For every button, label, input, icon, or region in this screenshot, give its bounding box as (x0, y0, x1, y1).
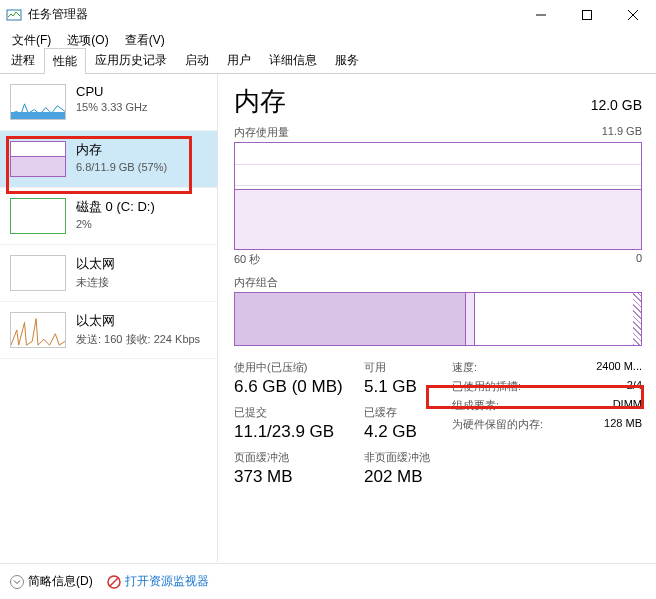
window-controls (518, 0, 656, 30)
fewer-details-label: 简略信息(D) (28, 573, 93, 590)
tabbar: 进程 性能 应用历史记录 启动 用户 详细信息 服务 (0, 50, 656, 74)
sidebar: CPU 15% 3.33 GHz 内存 6.8/11.9 GB (57%) 磁盘… (0, 74, 218, 562)
cpu-thumbnail (10, 84, 66, 120)
fewer-details-link[interactable]: 简略信息(D) (10, 573, 93, 590)
minimize-button[interactable] (518, 0, 564, 30)
stat-available-value: 5.1 GB (364, 377, 417, 397)
memory-thumbnail (10, 141, 66, 177)
info-speed-v: 2400 M... (596, 360, 642, 375)
app-icon (6, 7, 22, 23)
maximize-button[interactable] (564, 0, 610, 30)
sidebar-item-ethernet-1[interactable]: 以太网 未连接 (0, 245, 217, 302)
disk-thumbnail (10, 198, 66, 234)
stat-in-use-label: 使用中(已压缩) (234, 360, 364, 375)
open-resmon-link[interactable]: 打开资源监视器 (107, 573, 209, 590)
open-resmon-label: 打开资源监视器 (125, 573, 209, 590)
memory-total: 12.0 GB (591, 97, 642, 113)
svg-rect-2 (583, 11, 592, 20)
chart-axis-right: 0 (636, 252, 642, 267)
tab-startup[interactable]: 启动 (176, 47, 218, 73)
tab-app-history[interactable]: 应用历史记录 (86, 47, 176, 73)
tab-performance[interactable]: 性能 (44, 48, 86, 74)
usage-chart-label: 内存使用量 (234, 125, 289, 140)
sidebar-item-ethernet-2[interactable]: 以太网 发送: 160 接收: 224 Kbps (0, 302, 217, 359)
stat-available-label: 可用 (364, 360, 417, 375)
sidebar-item-cpu[interactable]: CPU 15% 3.33 GHz (0, 74, 217, 131)
memory-composition-chart[interactable] (234, 292, 642, 346)
memory-usage-chart[interactable] (234, 142, 642, 250)
composition-label: 内存组合 (234, 275, 642, 290)
page-title: 内存 (234, 84, 286, 119)
tab-processes[interactable]: 进程 (2, 47, 44, 73)
info-slots-k: 已使用的插槽: (452, 379, 521, 394)
tab-users[interactable]: 用户 (218, 47, 260, 73)
sidebar-item-label: 以太网 (76, 312, 200, 330)
window-title: 任务管理器 (28, 6, 88, 23)
info-reserved-v: 128 MB (604, 417, 642, 432)
content: CPU 15% 3.33 GHz 内存 6.8/11.9 GB (57%) 磁盘… (0, 74, 656, 562)
sidebar-item-label: 以太网 (76, 255, 115, 273)
main-panel: 内存 12.0 GB 内存使用量 11.9 GB 60 秒 0 内存组合 (218, 74, 656, 562)
sidebar-item-memory[interactable]: 内存 6.8/11.9 GB (57%) (0, 131, 217, 188)
info-reserved-k: 为硬件保留的内存: (452, 417, 543, 432)
chart-axis-left: 60 秒 (234, 252, 260, 267)
stat-nonpaged-value: 202 MB (364, 467, 430, 487)
stat-committed-label: 已提交 (234, 405, 364, 420)
info-slots-v: 2/4 (627, 379, 642, 394)
stat-nonpaged-label: 非页面缓冲池 (364, 450, 430, 465)
tab-details[interactable]: 详细信息 (260, 47, 326, 73)
info-form-v: DIMM (613, 398, 642, 413)
sidebar-item-disk[interactable]: 磁盘 0 (C: D:) 2% (0, 188, 217, 245)
sidebar-item-sub: 未连接 (76, 275, 115, 290)
close-button[interactable] (610, 0, 656, 30)
ethernet-thumbnail (10, 312, 66, 348)
stat-paged-label: 页面缓冲池 (234, 450, 364, 465)
sidebar-item-label: 磁盘 0 (C: D:) (76, 198, 155, 216)
svg-line-6 (110, 578, 118, 586)
stat-in-use-value: 6.6 GB (0 MB) (234, 377, 364, 397)
usage-chart-max: 11.9 GB (602, 125, 642, 140)
sidebar-item-label: CPU (76, 84, 148, 99)
stats: 使用中(已压缩) 6.6 GB (0 MB) 可用 5.1 GB 已提交 11.… (234, 360, 642, 487)
tab-services[interactable]: 服务 (326, 47, 368, 73)
stat-cached-value: 4.2 GB (364, 422, 417, 442)
sidebar-item-sub: 2% (76, 218, 155, 230)
stat-cached-label: 已缓存 (364, 405, 417, 420)
sidebar-item-sub: 15% 3.33 GHz (76, 101, 148, 113)
info-form-k: 组成要素: (452, 398, 499, 413)
sidebar-item-sub: 6.8/11.9 GB (57%) (76, 161, 167, 173)
info-speed-k: 速度: (452, 360, 477, 375)
ethernet-thumbnail (10, 255, 66, 291)
stat-paged-value: 373 MB (234, 467, 364, 487)
sidebar-item-sub: 发送: 160 接收: 224 Kbps (76, 332, 200, 347)
resmon-icon (107, 575, 121, 589)
stat-committed-value: 11.1/23.9 GB (234, 422, 364, 442)
footer: 简略信息(D) 打开资源监视器 (0, 563, 656, 599)
chevron-down-icon (10, 575, 24, 589)
sidebar-item-label: 内存 (76, 141, 167, 159)
